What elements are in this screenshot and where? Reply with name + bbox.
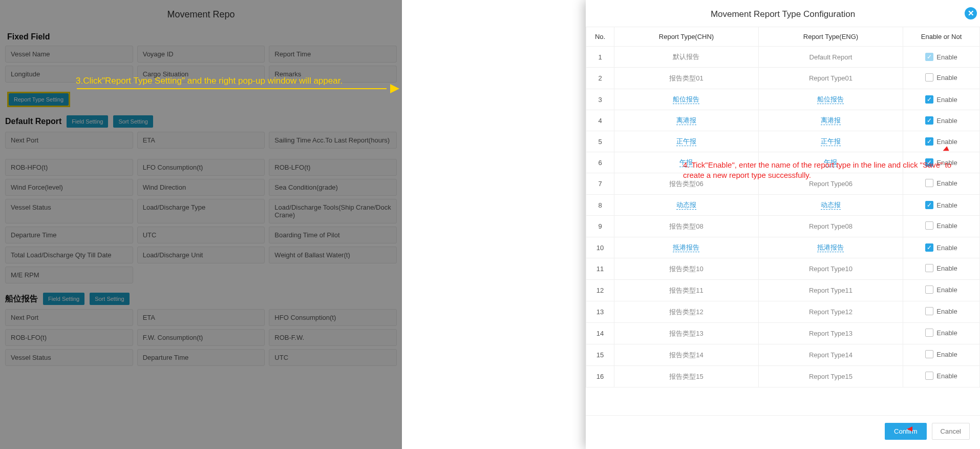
report-type-chn: 报告类型10: [614, 258, 759, 280]
fixed-field-title: Fixed Field: [7, 32, 397, 42]
confirm-button[interactable]: Confirm: [885, 423, 927, 440]
report-type-chn[interactable]: 离港报: [614, 110, 759, 131]
field-cell[interactable]: Boarding Time of Pilot: [269, 227, 397, 243]
field-cell[interactable]: ETA: [137, 132, 265, 149]
enable-cell: Enable: [903, 216, 980, 237]
field-cell[interactable]: Voyage ID: [137, 46, 265, 63]
report-type-eng[interactable]: 动态报: [758, 195, 903, 216]
field-cell[interactable]: Next Port: [5, 309, 133, 326]
enable-checkbox[interactable]: [925, 95, 933, 104]
field-cell[interactable]: Wind Force(level): [5, 179, 133, 196]
field-setting-button-2[interactable]: Field Setting: [43, 293, 84, 305]
report-type-chn[interactable]: 正午报: [614, 131, 759, 152]
field-cell[interactable]: Load/Discharge Unit: [137, 247, 265, 263]
enable-cell: Enable: [903, 68, 980, 89]
report-type-chn[interactable]: 动态报: [614, 195, 759, 216]
report-type-eng[interactable]: 离港报: [758, 110, 903, 131]
field-cell[interactable]: Load/Discharge Tools(Ship Crane/Dock Cra…: [269, 199, 397, 223]
enable-label: Enable: [936, 308, 957, 315]
enable-label: Enable: [936, 138, 957, 146]
field-cell[interactable]: ROB-F.W.: [269, 329, 397, 346]
report-type-setting-button[interactable]: Report Type Setting: [9, 93, 69, 106]
table-row: 10抵港报告抵港报告Enable: [586, 237, 980, 258]
report-type-eng: Report Type10: [758, 258, 903, 280]
field-setting-button[interactable]: Field Setting: [67, 115, 108, 128]
field-cell[interactable]: Report Time: [269, 46, 397, 63]
table-row: 5正午报正午报Enable: [586, 131, 980, 152]
report-type-chn: 报告类型14: [614, 344, 759, 366]
enable-checkbox[interactable]: [925, 307, 933, 315]
table-row: 16报告类型15Report Type15Enable: [586, 366, 980, 387]
field-cell[interactable]: UTC: [137, 227, 265, 243]
enable-checkbox[interactable]: [925, 372, 933, 380]
cancel-button[interactable]: Cancel: [932, 423, 970, 440]
field-cell[interactable]: Departure Time: [5, 227, 133, 243]
field-cell[interactable]: LFO Consumption(t): [137, 159, 265, 176]
field-cell[interactable]: HFO Consumption(t): [269, 309, 397, 326]
col-enable: Enable or Not: [903, 27, 980, 47]
enable-cell: Enable: [903, 323, 980, 344]
annotation-arrow-icon: [907, 426, 912, 432]
report-type-chn[interactable]: 抵港报告: [614, 237, 759, 258]
row-no: 12: [586, 280, 614, 301]
pos-report-title: 船位报告: [5, 294, 38, 304]
enable-cell: Enable: [903, 344, 980, 366]
table-row: 11报告类型10Report Type10Enable: [586, 258, 980, 280]
enable-checkbox[interactable]: [925, 264, 933, 272]
report-type-eng: Report Type12: [758, 301, 903, 323]
report-type-chn[interactable]: 船位报告: [614, 89, 759, 110]
enable-cell: Enable: [903, 366, 980, 387]
report-type-eng[interactable]: 抵港报告: [758, 237, 903, 258]
enable-label: Enable: [936, 201, 957, 209]
field-cell[interactable]: ROB-LFO(t): [269, 159, 397, 176]
field-cell[interactable]: UTC: [269, 349, 397, 366]
report-type-eng[interactable]: 船位报告: [758, 89, 903, 110]
field-cell[interactable]: Load/Discharge Type: [137, 199, 265, 223]
enable-label: Enable: [936, 53, 957, 61]
panel-title: Movement Report Type Configuration: [711, 9, 855, 19]
field-cell[interactable]: Weight of Ballast Water(t): [269, 247, 397, 263]
field-cell[interactable]: Sea Condition(grade): [269, 179, 397, 196]
field-cell[interactable]: Sailing Time Acc.To Last Report(hours): [269, 132, 397, 149]
sort-setting-button[interactable]: Sort Setting: [113, 115, 153, 128]
field-cell[interactable]: Total Load/Discharge Qty Till Date: [5, 247, 133, 263]
row-no: 13: [586, 301, 614, 323]
row-no: 14: [586, 323, 614, 344]
field-cell[interactable]: Vessel Status: [5, 199, 133, 223]
report-type-chn: 默认报告: [614, 47, 759, 68]
row-no: 10: [586, 237, 614, 258]
row-no: 2: [586, 68, 614, 89]
enable-checkbox[interactable]: [925, 201, 933, 209]
field-cell[interactable]: F.W. Consumption(t): [137, 329, 265, 346]
report-type-eng: Report Type11: [758, 280, 903, 301]
row-no: 4: [586, 110, 614, 131]
close-icon[interactable]: ✕: [965, 7, 977, 19]
field-cell[interactable]: ROB-HFO(t): [5, 159, 133, 176]
report-type-eng[interactable]: 正午报: [758, 131, 903, 152]
enable-checkbox[interactable]: [925, 221, 933, 230]
table-row: 3船位报告船位报告Enable: [586, 89, 980, 110]
field-cell[interactable]: Wind Direction: [137, 179, 265, 196]
enable-checkbox[interactable]: [925, 73, 933, 81]
enable-label: Enable: [936, 286, 957, 294]
report-type-eng: Report Type15: [758, 366, 903, 387]
page-title: Movement Repo: [5, 0, 397, 25]
enable-checkbox[interactable]: [925, 350, 933, 358]
field-cell[interactable]: Vessel Name: [5, 46, 133, 63]
enable-cell: Enable: [903, 280, 980, 301]
row-no: 11: [586, 258, 614, 280]
annotation-arrow-icon: [77, 86, 399, 91]
field-cell[interactable]: Vessel Status: [5, 349, 133, 366]
enable-checkbox[interactable]: [925, 116, 933, 125]
field-cell[interactable]: ETA: [137, 309, 265, 326]
field-cell[interactable]: ROB-LFO(t): [5, 329, 133, 346]
field-cell[interactable]: M/E RPM: [5, 267, 133, 283]
field-cell[interactable]: Departure Time: [137, 349, 265, 366]
enable-checkbox[interactable]: [925, 137, 933, 146]
field-cell[interactable]: Next Port: [5, 132, 133, 149]
enable-checkbox[interactable]: [925, 285, 933, 294]
sort-setting-button-2[interactable]: Sort Setting: [90, 293, 129, 305]
report-type-chn: 报告类型15: [614, 366, 759, 387]
enable-checkbox[interactable]: [925, 243, 933, 252]
enable-checkbox[interactable]: [925, 329, 933, 337]
